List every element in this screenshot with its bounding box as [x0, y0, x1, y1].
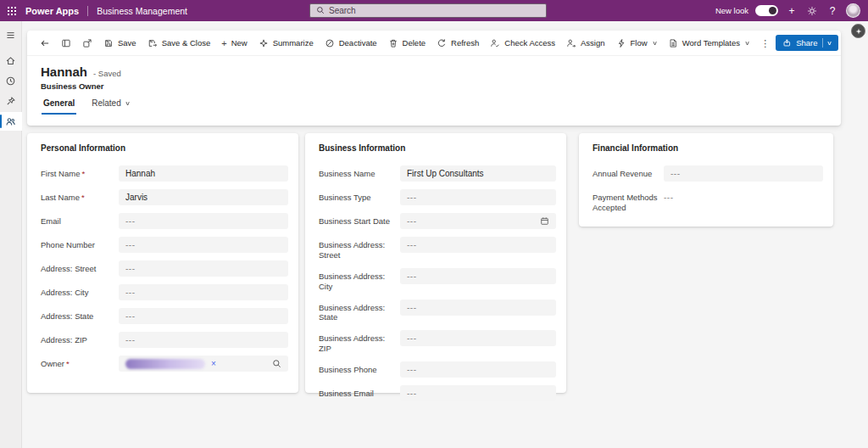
share-icon [782, 38, 792, 48]
field-row-business-address-state: Business Address: State--- [319, 300, 556, 323]
field-label: Address: ZIP [41, 332, 119, 345]
more-commands-button[interactable]: ⋮ [755, 36, 775, 51]
save-and-close-button[interactable]: Save & Close [142, 35, 216, 52]
lookup-search-icon[interactable] [272, 359, 281, 368]
field-row-business-email: Business Email--- [319, 385, 556, 401]
settings-button[interactable] [805, 3, 819, 20]
chevron-down-icon[interactable]: ∨ [826, 40, 832, 47]
field-row-address-state: Address: State--- [41, 308, 288, 324]
summarize-button[interactable]: Summarize [253, 35, 319, 52]
back-button[interactable] [35, 35, 55, 52]
tab-general[interactable]: General [42, 98, 76, 115]
business-start-date-input[interactable]: --- [400, 213, 556, 229]
tab-related[interactable]: Related ∨ [90, 98, 131, 115]
field-value: --- [407, 240, 417, 249]
share-label: Share [796, 38, 817, 48]
field-value: --- [407, 303, 417, 312]
form-pane-button[interactable] [56, 35, 76, 52]
address-zip-input[interactable]: --- [119, 332, 288, 348]
top-app-bar: Power Apps Business Management Search Ne… [0, 0, 868, 21]
address-city-input[interactable]: --- [119, 284, 288, 300]
check-access-label: Check Access [504, 38, 555, 48]
first-name-input[interactable]: Hannah [119, 165, 288, 182]
nav-recent-button[interactable] [0, 71, 22, 90]
address-state-input[interactable]: --- [119, 308, 288, 324]
field-label: Phone Number [41, 237, 119, 250]
clock-icon [5, 76, 16, 87]
card-financial-information: Financial InformationAnnual Revenue---Pa… [579, 133, 833, 227]
record-entity-type: Business Owner [41, 81, 827, 91]
field-label: Owner* [41, 356, 119, 369]
help-button[interactable]: ? [826, 3, 839, 20]
card-business-information: Business InformationBusiness NameFirst U… [305, 133, 566, 393]
tab-general-label: General [43, 98, 75, 108]
check-access-button[interactable]: Check Access [485, 35, 560, 52]
assign-label: Assign [581, 38, 605, 48]
business-address-state-input[interactable]: --- [400, 300, 556, 316]
app-launcher-button[interactable] [0, 0, 24, 21]
nav-pinned-button[interactable] [0, 92, 22, 110]
copilot-panel-button[interactable] [851, 24, 865, 38]
email-input[interactable]: --- [119, 213, 288, 229]
field-label: Business Name [319, 165, 400, 179]
search-icon [272, 359, 281, 368]
business-name-input[interactable]: First Up Consultants [400, 165, 556, 182]
app-name[interactable]: Power Apps [25, 6, 79, 16]
field-label: Business Email [319, 385, 400, 399]
word-templates-button[interactable]: Word Templates ∨ [663, 35, 754, 52]
field-value: --- [407, 216, 417, 226]
owner-input[interactable]: × [119, 356, 288, 372]
field-value: Jarvis [125, 193, 147, 202]
app-section-title: Business Management [97, 6, 187, 16]
required-indicator: * [81, 193, 85, 202]
field-value: First Up Consultants [407, 169, 484, 178]
last-name-input[interactable]: Jarvis [119, 189, 288, 205]
deactivate-button[interactable]: Deactivate [320, 35, 382, 52]
nav-business-owners-button[interactable] [0, 112, 22, 131]
field-label: Business Type [319, 189, 400, 203]
phone-number-input[interactable]: --- [119, 237, 288, 253]
address-street-input[interactable]: --- [119, 260, 288, 277]
field-label: Business Start Date [319, 213, 400, 227]
flow-button[interactable]: Flow ∨ [611, 35, 662, 52]
open-in-new-window-button[interactable] [77, 35, 97, 52]
account-avatar[interactable] [846, 3, 860, 18]
field-row-annual-revenue: Annual Revenue--- [593, 165, 823, 182]
delete-button[interactable]: Delete [383, 35, 431, 52]
business-type-input[interactable]: --- [400, 189, 556, 205]
share-button-divider [822, 38, 823, 48]
nav-home-button[interactable] [0, 51, 22, 70]
refresh-button[interactable]: Refresh [431, 35, 484, 52]
assign-button[interactable]: Assign [561, 35, 610, 52]
field-row-business-name: Business NameFirst Up Consultants [319, 165, 556, 182]
field-label: Last Name* [41, 189, 119, 203]
field-row-business-address-city: Business Address: City--- [319, 268, 556, 292]
new-button[interactable]: + New [216, 35, 252, 51]
add-button[interactable]: + [785, 3, 798, 20]
date-picker-icon[interactable] [540, 216, 549, 226]
commandbar-right: Share ∨ [776, 35, 837, 51]
global-search-box[interactable]: Search [309, 3, 547, 18]
share-button[interactable]: Share ∨ [776, 35, 837, 51]
more-icon: ⋮ [760, 39, 770, 48]
business-address-zip-input[interactable]: --- [400, 330, 556, 346]
save-button[interactable]: Save [98, 35, 142, 52]
field-value: --- [664, 189, 674, 202]
annual-revenue-input[interactable]: --- [664, 165, 823, 182]
save-label: Save [118, 38, 136, 48]
field-label: Email [41, 213, 119, 227]
new-look-toggle[interactable] [755, 5, 778, 16]
remove-lookup-icon[interactable]: × [211, 360, 216, 368]
field-label: First Name* [41, 165, 119, 179]
field-label: Business Phone [319, 361, 400, 375]
nav-menu-button[interactable] [0, 25, 22, 44]
field-label: Address: State [41, 308, 119, 322]
business-address-street-input[interactable]: --- [400, 237, 556, 253]
field-label: Business Address: State [319, 300, 400, 323]
business-email-input[interactable]: --- [400, 385, 556, 401]
business-phone-input[interactable]: --- [400, 361, 556, 378]
business-address-city-input[interactable]: --- [400, 268, 556, 284]
flow-icon [616, 38, 626, 48]
deactivate-label: Deactivate [339, 38, 377, 48]
gear-icon [807, 6, 817, 16]
